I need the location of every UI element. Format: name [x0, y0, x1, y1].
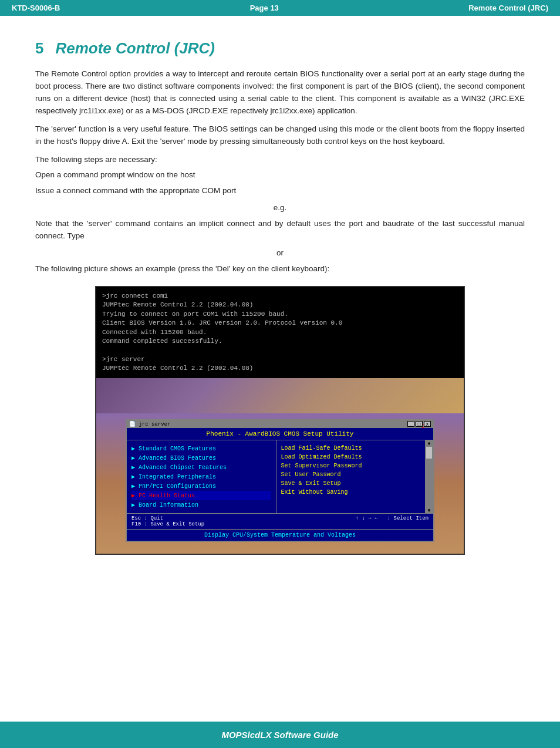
close-btn[interactable]: X [424, 421, 431, 427]
bios-right-supervisor: Set Supervisor Password [281, 461, 421, 470]
bios-right-user: Set User Password [281, 470, 421, 479]
bios-titlebar: 📄 jrc server _ □ X [127, 420, 433, 428]
background-image [96, 378, 464, 413]
page-header: KTD-S0006-B Page 13 Remote Control (JRC) [0, 0, 560, 16]
minimize-btn[interactable]: _ [407, 421, 414, 427]
scroll-down-arrow[interactable]: ▼ [427, 508, 431, 513]
scroll-up-arrow[interactable]: ▲ [427, 440, 431, 446]
bios-item-integrated: Integrated Peripherals [131, 472, 271, 481]
terminal-line-5: Connected with 115200 baud. [102, 328, 458, 337]
header-center: Page 13 [250, 4, 279, 12]
bios-item-advanced-chipset: Advanced Chipset Features [131, 463, 271, 472]
terminal-line-4: Client BIOS Version 1.6. JRC version 2.0… [102, 319, 458, 328]
bios-window-title: 📄 jrc server [129, 421, 170, 427]
bios-left-column: Standard CMOS Features Advanced BIOS Fea… [127, 440, 276, 513]
bios-item-advanced-bios: Advanced BIOS Features [131, 453, 271, 463]
chapter-title: Remote Control (JRC) [55, 39, 215, 58]
bios-right-exit-nosave: Exit Without Saving [281, 488, 421, 497]
terminal-line-7 [102, 346, 458, 355]
terminal-line-3: Trying to connect on port COM1 with 1152… [102, 310, 458, 319]
bios-item-pnp: PnP/PCI Configurations [131, 481, 271, 491]
terminal-line-8: >jrc server [102, 355, 458, 364]
bios-body: Standard CMOS Features Advanced BIOS Fea… [127, 440, 425, 513]
bios-footer: Esc : QuitF10 : Save & Exit Setup ↑ ↓ → … [127, 513, 433, 529]
bios-header: Phoenix - AwardBIOS CMOS Setup Utility D [127, 428, 433, 440]
page-footer: MOPSlcdLX Software Guide [0, 722, 560, 748]
bios-titlebar-controls: _ □ X [407, 421, 431, 427]
terminal-output: >jrc connect com1 JUMPtec Remote Control… [96, 287, 464, 378]
terminal-line-6: Command completed successfully. [102, 337, 458, 346]
terminal-line-9: JUMPtec Remote Control 2.2 (2002.04.08) [102, 364, 458, 373]
bios-body-wrapper: Standard CMOS Features Advanced BIOS Fea… [127, 440, 433, 513]
footer-text: MOPSlcdLX Software Guide [221, 730, 338, 740]
header-left: KTD-S0006-B [12, 4, 60, 12]
paragraph-3: The following steps are necessary: [35, 154, 525, 166]
screenshot-container: >jrc connect com1 JUMPtec Remote Control… [95, 286, 465, 555]
header-right: Remote Control (JRC) [468, 4, 548, 12]
paragraph-2: The 'server' function is a very useful f… [35, 123, 525, 148]
paragraph-6: Note that the 'server' command contains … [35, 218, 525, 242]
bios-item-board: Board Information [131, 500, 271, 510]
bios-window-wrapper: 📄 jrc server _ □ X Phoenix - AwardBIOS C… [96, 413, 464, 554]
scroll-thumb[interactable] [426, 447, 432, 459]
bios-footer-left: Esc : QuitF10 : Save & Exit Setup [131, 515, 204, 527]
terminal-line-1: >jrc connect com1 [102, 292, 458, 301]
terminal-line-2: JUMPtec Remote Control 2.2 (2002.04.08) [102, 301, 458, 309]
bios-window: 📄 jrc server _ □ X Phoenix - AwardBIOS C… [126, 419, 434, 542]
bios-item-standard: Standard CMOS Features [131, 444, 271, 453]
paragraph-5: Issue a connect command with the appropr… [35, 185, 525, 197]
bios-right-load-optimized: Load Optimized Defaults [281, 453, 421, 461]
paragraph-4: Open a command prompt window on the host [35, 169, 525, 181]
bios-right-column: Load Fail-Safe Defaults Load Optimized D… [276, 440, 426, 513]
bios-footer-right: ↑ ↓ → ← : Select Item [356, 515, 429, 527]
paragraph-7: The following picture shows an example (… [35, 263, 525, 275]
main-content: 5 Remote Control (JRC) The Remote Contro… [0, 16, 560, 722]
bios-status-bar: Display CPU/System Temperature and Volta… [127, 529, 433, 541]
bios-item-pc-health: PC Health Status [131, 491, 271, 500]
maximize-btn[interactable]: □ [416, 421, 423, 427]
chapter-number: 5 [35, 39, 43, 58]
chapter-heading: 5 Remote Control (JRC) [35, 39, 525, 58]
bios-right-load-failsafe: Load Fail-Safe Defaults [281, 444, 421, 453]
or-text: or [35, 248, 525, 257]
bios-right-save-exit: Save & Exit Setup [281, 479, 421, 488]
eg-text: e.g. [35, 203, 525, 212]
paragraph-1: The Remote Control option provides a way… [35, 68, 525, 117]
bios-scrollbar: ▲ ▼ [425, 440, 433, 513]
